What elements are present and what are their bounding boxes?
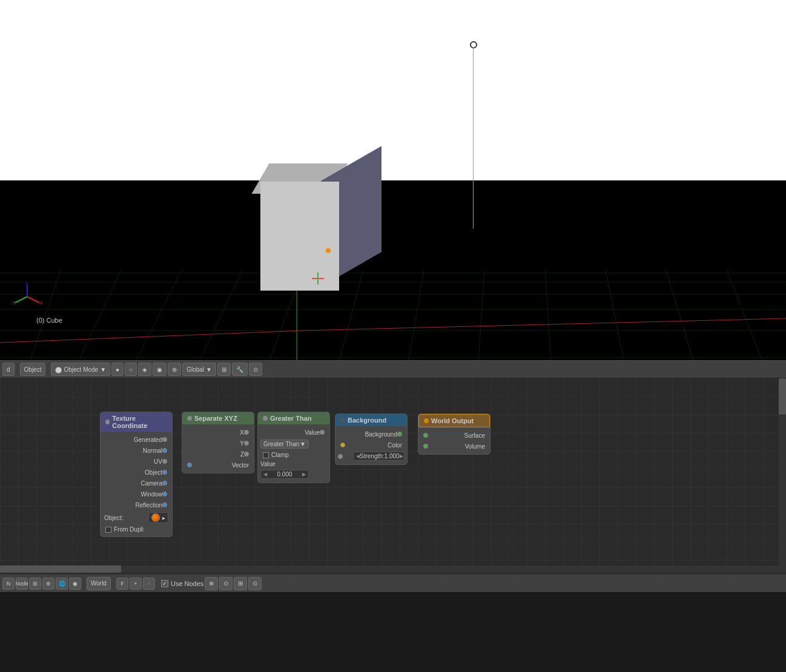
socket-bg-out[interactable] xyxy=(397,432,402,436)
pivot-selector[interactable]: Global ▼ xyxy=(182,363,216,376)
node-tool-1[interactable]: ⊙ xyxy=(219,577,233,590)
svg-line-15 xyxy=(545,270,557,360)
node-row-bg-out: Background xyxy=(335,429,407,440)
viewport-shading-mat[interactable]: ◉ xyxy=(153,363,167,376)
sky-background xyxy=(0,0,786,180)
proportional-btn[interactable]: ⊙ xyxy=(249,363,262,376)
viewport-shading-wire[interactable]: ○ xyxy=(125,363,137,376)
3d-viewport[interactable]: X Y Z (0) Cube xyxy=(0,0,786,360)
label-normal: Normal xyxy=(105,447,162,454)
mode-arrow: ▼ xyxy=(100,366,106,373)
socket-uv[interactable] xyxy=(162,459,167,464)
node-tool-2[interactable]: ⊞ xyxy=(234,577,247,590)
mode-selector[interactable]: ⬤ Object Mode ▼ xyxy=(51,363,110,376)
svg-line-13 xyxy=(394,270,424,360)
node-row-generated: Generated xyxy=(101,434,172,445)
node-dot xyxy=(424,418,429,423)
clamp-checkbox[interactable] xyxy=(263,452,269,458)
view-menu-btn[interactable]: d xyxy=(2,363,15,376)
clamp-checkbox-row[interactable]: Clamp xyxy=(258,450,329,460)
node-icon-3[interactable]: ⊕ xyxy=(42,578,54,590)
use-nodes-checkbox[interactable]: ✓ xyxy=(161,580,168,587)
socket-z-out[interactable] xyxy=(244,452,249,456)
lamp-line xyxy=(473,47,474,229)
node-world-output[interactable]: World Output Surface Volume xyxy=(418,413,490,455)
socket-generated[interactable] xyxy=(162,437,167,442)
node-icon-2[interactable]: ⊞ xyxy=(29,578,41,590)
object-label-btn[interactable]: Object xyxy=(20,363,46,376)
label-bg-out: Background xyxy=(340,431,397,438)
strength-field[interactable]: ◀ Strength: 1.000 ▶ xyxy=(353,452,405,461)
node-background[interactable]: Background Background Color ◀ Strength: … xyxy=(335,413,408,465)
operation-dropdown[interactable]: Greater Than ▼ xyxy=(260,440,309,449)
node-greater-than[interactable]: Greater Than Value Greater Than ▼ Clamp … xyxy=(257,412,330,483)
node-row-object: Object xyxy=(101,467,172,478)
label-surface-in: Surface xyxy=(464,432,485,439)
scrollbar-horizontal-thumb[interactable] xyxy=(0,565,121,573)
node-row-object-field[interactable]: Object: ▸ xyxy=(101,510,172,525)
snap-node-btn[interactable]: ⊕ xyxy=(205,577,218,590)
node-row-window: Window xyxy=(101,489,172,499)
node-editor[interactable]: Texture Coordinate Generated Normal UV O… xyxy=(0,378,786,592)
svg-text:Y: Y xyxy=(13,301,16,305)
socket-surface-in[interactable] xyxy=(423,433,428,438)
grid-btn[interactable]: ⊞ xyxy=(217,363,231,376)
snap-btn[interactable]: 🔧 xyxy=(232,363,248,376)
use-nodes-label: Use Nodes xyxy=(171,580,203,587)
socket-value-out[interactable] xyxy=(320,430,325,435)
label-z-out: Z xyxy=(187,451,244,458)
manipulator-btn[interactable]: ⊕ xyxy=(168,363,181,376)
node-row-vector-in: Vector xyxy=(182,460,254,470)
node-btn[interactable]: Node xyxy=(16,578,28,590)
node-separate-xyz[interactable]: Separate XYZ X Y Z Vector xyxy=(182,412,254,473)
node-icon-5[interactable]: ◉ xyxy=(69,578,81,590)
from-dupli-checkbox[interactable] xyxy=(105,527,111,533)
viewport-shading-solid[interactable]: ● xyxy=(111,363,124,376)
socket-strength-in[interactable] xyxy=(338,454,343,459)
use-nodes-area[interactable]: ✓ Use Nodes xyxy=(161,580,203,587)
node-icon-4[interactable]: 🌐 xyxy=(56,578,68,590)
node-row-reflection: Reflection xyxy=(101,499,172,510)
node-texture-coordinate[interactable]: Texture Coordinate Generated Normal UV O… xyxy=(100,412,173,537)
render-pin-btn[interactable]: F xyxy=(116,578,128,590)
socket-normal[interactable] xyxy=(162,448,167,453)
node-texture-coord-header: Texture Coordinate xyxy=(101,412,172,432)
world-selector[interactable]: World xyxy=(87,577,111,590)
node-row-x-out: X xyxy=(182,427,254,438)
scrollbar-vertical[interactable] xyxy=(779,378,786,573)
socket-camera[interactable] xyxy=(162,481,167,486)
node-greater-than-body: Value Greater Than ▼ Clamp Value ◀ 0.000 xyxy=(258,424,329,483)
lamp-object[interactable] xyxy=(470,41,477,48)
socket-vector-in[interactable] xyxy=(187,463,192,467)
strength-right-arrow: ▶ xyxy=(400,453,403,459)
socket-color-in[interactable] xyxy=(340,443,345,447)
socket-x-out[interactable] xyxy=(244,430,249,435)
editor-type-icon[interactable]: N xyxy=(2,578,15,590)
node-row-strength-in[interactable]: ◀ Strength: 1.000 ▶ xyxy=(335,450,407,462)
zoom-out-btn[interactable]: - xyxy=(143,578,155,590)
socket-y-out[interactable] xyxy=(244,441,249,446)
from-dupli-checkbox-row[interactable]: From Dupli xyxy=(101,525,172,534)
scrollbar-horizontal[interactable] xyxy=(0,565,786,573)
viewport-shading-tex[interactable]: ◈ xyxy=(138,363,151,376)
separator-2 xyxy=(48,363,48,375)
node-tool-3[interactable]: ⊙ xyxy=(248,577,262,590)
socket-window[interactable] xyxy=(162,492,167,496)
svg-line-8 xyxy=(36,270,121,360)
node-value-row[interactable]: ◀ 0.000 ▶ xyxy=(258,469,329,480)
object-picker[interactable]: ▸ xyxy=(148,512,168,523)
node-separate-xyz-title: Separate XYZ xyxy=(194,415,237,422)
socket-object[interactable] xyxy=(162,470,167,475)
value-label: Value xyxy=(260,461,276,467)
node-operation-row[interactable]: Greater Than ▼ xyxy=(258,438,329,450)
socket-volume-in[interactable] xyxy=(423,444,428,449)
label-value-out: Value xyxy=(263,429,320,436)
node-greater-than-header: Greater Than xyxy=(258,412,329,424)
node-dot xyxy=(340,418,345,423)
value-input-field[interactable]: ◀ 0.000 ▶ xyxy=(260,470,309,479)
svg-line-23 xyxy=(15,297,27,303)
node-dot xyxy=(187,416,192,421)
socket-reflection[interactable] xyxy=(162,502,167,507)
scrollbar-vertical-thumb[interactable] xyxy=(779,378,786,415)
zoom-in-btn[interactable]: + xyxy=(130,578,142,590)
